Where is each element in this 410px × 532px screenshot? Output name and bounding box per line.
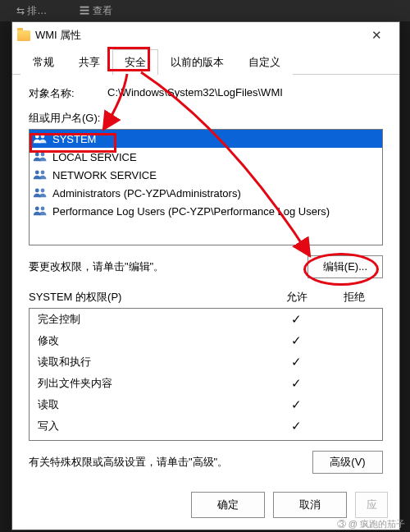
close-button[interactable]: ✕ (358, 24, 394, 47)
titlebar: WMI 属性 ✕ (12, 22, 399, 48)
permission-name: 读取和执行 (30, 355, 267, 369)
permission-name: 修改 (30, 333, 267, 348)
group-item-0[interactable]: SYSTEM (30, 130, 382, 148)
group-item-1[interactable]: LOCAL SERVICE (30, 148, 382, 166)
tabstrip: 常规共享安全以前的版本自定义 (12, 48, 399, 75)
group-item-label: SYSTEM (52, 133, 96, 145)
permission-row-5: 写入✓ (30, 415, 382, 437)
properties-dialog: WMI 属性 ✕ 常规共享安全以前的版本自定义 对象名称: C:\Windows… (11, 21, 400, 530)
allow-check-icon: ✓ (267, 355, 325, 369)
svg-point-1 (41, 135, 45, 139)
tab-4[interactable]: 自定义 (236, 49, 293, 75)
tab-content: 对象名称: C:\Windows\System32\LogFiles\WMI 组… (12, 75, 399, 482)
advanced-row: 有关特殊权限或高级设置，请单击"高级"。 高级(V) (29, 451, 383, 474)
svg-point-4 (35, 171, 39, 175)
svg-point-3 (41, 153, 45, 157)
allow-check-icon: ✓ (267, 312, 325, 327)
deny-column-header: 拒绝 (326, 290, 383, 305)
allow-check-icon: ✓ (267, 376, 325, 391)
permission-name: 读取 (30, 397, 267, 412)
apply-button[interactable]: 应 (355, 492, 388, 518)
object-name-row: 对象名称: C:\Windows\System32\LogFiles\WMI (29, 86, 383, 101)
permission-row-2: 读取和执行✓ (30, 351, 382, 373)
bg-item: ☰ 查看 (80, 4, 112, 18)
ok-button[interactable]: 确定 (191, 492, 265, 518)
edit-row: 要更改权限，请单击"编辑"。 编辑(E)... (29, 255, 383, 278)
permissions-listbox[interactable]: 完全控制✓修改✓读取和执行✓列出文件夹内容✓读取✓写入✓ (29, 308, 383, 441)
allow-check-icon: ✓ (267, 397, 325, 412)
advanced-button[interactable]: 高级(V) (312, 451, 383, 474)
svg-point-6 (35, 189, 39, 193)
permission-row-3: 列出文件夹内容✓ (30, 373, 382, 394)
group-item-label: Performance Log Users (PC-YZP\Performanc… (52, 205, 330, 218)
users-icon (33, 151, 48, 163)
svg-point-7 (41, 189, 45, 193)
object-name-value: C:\Windows\System32\LogFiles\WMI (107, 86, 383, 101)
group-item-label: Administrators (PC-YZP\Administrators) (52, 187, 241, 200)
users-icon (33, 187, 48, 199)
group-item-3[interactable]: Administrators (PC-YZP\Administrators) (30, 184, 382, 202)
object-name-label: 对象名称: (29, 86, 107, 101)
svg-point-2 (35, 153, 39, 157)
svg-point-9 (41, 207, 45, 211)
tab-0[interactable]: 常规 (20, 49, 66, 75)
svg-point-5 (41, 171, 45, 175)
permission-name: 写入 (30, 419, 267, 433)
users-icon (33, 205, 48, 217)
svg-point-0 (35, 135, 39, 139)
edit-button[interactable]: 编辑(E)... (308, 255, 383, 278)
users-icon (33, 133, 48, 144)
folder-icon (17, 30, 30, 41)
bg-item: ⇆ 排… (16, 4, 47, 18)
group-item-label: LOCAL SERVICE (52, 151, 137, 163)
advanced-hint: 有关特殊权限或高级设置，请单击"高级"。 (29, 455, 312, 470)
dialog-footer: 确定 取消 应 (12, 484, 399, 530)
permission-row-0: 完全控制✓ (30, 309, 382, 330)
group-item-label: NETWORK SERVICE (52, 169, 157, 181)
groups-listbox[interactable]: SYSTEMLOCAL SERVICENETWORK SERVICEAdmini… (29, 129, 383, 245)
allow-check-icon: ✓ (267, 333, 325, 348)
svg-point-8 (35, 207, 39, 211)
permission-name: 完全控制 (30, 312, 267, 327)
permission-row-4: 读取✓ (30, 394, 382, 415)
cancel-button[interactable]: 取消 (273, 492, 347, 518)
permissions-title: SYSTEM 的权限(P) (29, 290, 268, 305)
group-item-2[interactable]: NETWORK SERVICE (30, 166, 382, 184)
background-toolbar: ⇆ 排… ☰ 查看 (0, 0, 410, 21)
permission-row-1: 修改✓ (30, 330, 382, 351)
tab-2[interactable]: 安全 (112, 49, 158, 75)
users-icon (33, 169, 48, 181)
groups-label: 组或用户名(G): (29, 111, 383, 126)
tab-3[interactable]: 以前的版本 (158, 49, 236, 75)
permission-name: 列出文件夹内容 (30, 376, 267, 391)
edit-hint: 要更改权限，请单击"编辑"。 (29, 259, 308, 274)
tab-1[interactable]: 共享 (66, 49, 112, 75)
group-item-4[interactable]: Performance Log Users (PC-YZP\Performanc… (30, 202, 382, 220)
permissions-header: SYSTEM 的权限(P) 允许 拒绝 (29, 290, 383, 305)
allow-column-header: 允许 (268, 290, 326, 305)
dialog-title: WMI 属性 (35, 28, 358, 43)
allow-check-icon: ✓ (267, 419, 325, 433)
